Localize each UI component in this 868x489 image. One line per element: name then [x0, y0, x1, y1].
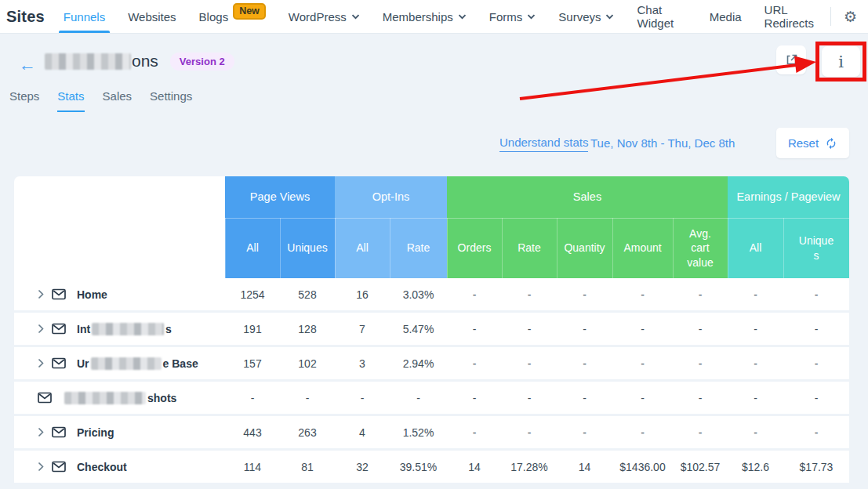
stat-cell: - [557, 347, 612, 379]
column-header-earnings-pageview-all: All [728, 218, 783, 278]
nav-item-websites[interactable]: Websites [128, 0, 176, 33]
column-group-label: Page Views [250, 190, 310, 205]
stat-cell: - [502, 382, 557, 414]
stat-cell: 528 [280, 278, 335, 310]
stat-cell: 157 [225, 347, 280, 379]
stat-cell: - [783, 382, 849, 414]
table-row: shots----------- [14, 382, 849, 414]
expand-row-control[interactable] [38, 289, 44, 299]
row-name-cell: shots [14, 382, 225, 414]
stat-cell: - [557, 313, 612, 345]
stat-cell: 39.51% [390, 451, 447, 483]
column-header-label: Quantity [564, 241, 605, 255]
stat-cell: 3 [335, 347, 390, 379]
date-range-picker[interactable]: Tue, Nov 8th - Thu, Dec 8th [590, 136, 735, 150]
column-header-opt-ins-rate: Rate [390, 218, 447, 278]
nav-item-memberships[interactable]: Memberships [383, 0, 467, 33]
column-group-label: Sales [573, 190, 601, 205]
column-header-sales-orders: Orders [447, 218, 502, 278]
envelope-icon [52, 323, 66, 335]
stat-cell: - [673, 347, 728, 379]
stat-cell: - [335, 382, 390, 414]
stat-cell: 263 [280, 416, 335, 448]
row-name-cell: Ints [14, 313, 225, 345]
table-group-header-row: Page ViewsOpt-InsSalesEarnings / Pagevie… [14, 176, 849, 218]
nav-item-blogs[interactable]: BlogsNew [199, 0, 266, 33]
stat-cell: $12.6 [728, 451, 783, 483]
tab-steps[interactable]: Steps [9, 89, 39, 112]
nav-item-forms[interactable]: Forms [489, 0, 536, 33]
chevron-right-icon [38, 462, 44, 472]
tab-settings[interactable]: Settings [150, 89, 192, 112]
top-nav: Sites FunnelsWebsitesBlogsNewWordPressMe… [0, 0, 868, 34]
chevron-down-icon [351, 14, 360, 20]
expand-row-control[interactable] [38, 358, 44, 368]
column-header-label: Uniques [798, 234, 834, 262]
expand-row-control[interactable] [38, 462, 44, 472]
nav-item-surveys[interactable]: Surveys [558, 0, 614, 33]
reset-button-label: Reset [788, 136, 819, 150]
chevron-right-icon [38, 324, 44, 334]
expand-row-control[interactable] [38, 324, 44, 334]
nav-item-label: Surveys [558, 10, 601, 24]
stat-cell: - [673, 313, 728, 345]
envelope-icon-wrap [52, 323, 66, 335]
row-name: Ure Base [77, 357, 198, 370]
gear-icon[interactable]: ⚙ [844, 9, 857, 24]
row-name: shots [63, 392, 176, 404]
nav-item-media[interactable]: Media [710, 0, 742, 33]
version-badge: Version 2 [170, 53, 234, 71]
nav-item-label: URL Redirects [764, 3, 823, 30]
understand-stats-link[interactable]: Understand stats [499, 136, 588, 152]
refresh-icon [825, 137, 837, 150]
column-header-label: Orders [458, 241, 492, 255]
nav-item-chat-widget[interactable]: Chat Widget [637, 0, 686, 33]
chevron-right-icon [38, 358, 44, 368]
row-name-text: Home [77, 288, 107, 301]
tab-stats[interactable]: Stats [57, 89, 84, 112]
envelope-icon-wrap [38, 392, 52, 404]
stat-cell: - [557, 416, 612, 448]
row-name-cell: Pricing [14, 416, 225, 448]
stat-cell: - [673, 278, 728, 310]
stat-cell: 17.28% [502, 451, 557, 483]
envelope-icon-wrap [52, 288, 66, 300]
column-header-sales-quantity: Quantity [557, 218, 612, 278]
stat-cell: - [225, 382, 280, 414]
table-body: Home1254528163.03%-------Ints19112875.47… [14, 278, 849, 483]
stat-cell: - [557, 382, 612, 414]
nav-item-funnels[interactable]: Funnels [64, 0, 105, 33]
row-name-text: Checkout [77, 461, 127, 473]
nav-item-wordpress[interactable]: WordPress [289, 0, 360, 33]
chevron-right-icon [38, 289, 44, 299]
column-header-opt-ins-all: All [335, 218, 390, 278]
expand-row-control[interactable] [38, 427, 44, 437]
row-name-text: e Base [163, 357, 198, 370]
stat-cell: 114 [225, 451, 280, 483]
nav-item-label: Blogs [199, 10, 229, 24]
nav-item-label: Memberships [383, 10, 453, 24]
column-header-label: Avg. cart value [679, 226, 721, 270]
row-name-text: Ur [77, 357, 89, 370]
stat-cell: - [673, 382, 728, 414]
nav-item-url-redirects[interactable]: URL Redirects [764, 0, 823, 33]
tab-sales[interactable]: Sales [103, 89, 133, 112]
stat-cell: - [502, 278, 557, 310]
column-header-sales-rate: Rate [502, 218, 557, 278]
chevron-down-icon [458, 14, 467, 20]
annotation-arrow-line [520, 65, 800, 100]
back-arrow-icon[interactable]: ← [19, 55, 36, 75]
row-name: Pricing [77, 426, 114, 439]
info-button[interactable]: i [822, 46, 860, 77]
row-name-text: shots [147, 392, 176, 404]
reset-button[interactable]: Reset [776, 128, 849, 158]
envelope-icon-wrap [52, 357, 66, 369]
row-name-text: s [165, 323, 172, 335]
table-row: Ure Base15710232.94%------- [14, 347, 849, 379]
open-external-button[interactable] [776, 45, 806, 74]
envelope-icon [52, 426, 66, 438]
column-header-page-views-uniques: Uniques [280, 218, 335, 278]
envelope-icon-wrap [52, 461, 66, 473]
stat-cell: - [728, 416, 783, 448]
nav-item-label: Funnels [64, 10, 105, 24]
